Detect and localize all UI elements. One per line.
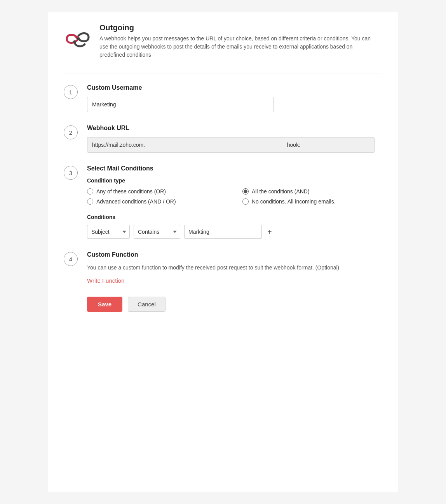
save-button[interactable]: Save [87, 297, 122, 312]
section-3-title: Select Mail Conditions [87, 165, 382, 172]
section-custom-username: 1 Custom Username [64, 84, 382, 112]
section-1-title: Custom Username [87, 84, 382, 91]
add-condition-button[interactable]: + [266, 228, 274, 236]
section-custom-function: 4 Custom Function You can use a custom f… [64, 251, 382, 284]
condition-value-input[interactable] [184, 225, 262, 239]
radio-or[interactable] [87, 188, 93, 195]
conditions-label: Conditions [87, 214, 382, 220]
step-1-circle: 1 [64, 85, 78, 99]
actions-row: Save Cancel [64, 297, 382, 312]
radio-none[interactable] [242, 198, 249, 205]
condition-type-options: Any of these conditions (OR) All the con… [87, 188, 382, 205]
svg-point-1 [77, 37, 80, 40]
section-webhook-url: 2 Webhook URL [64, 125, 382, 153]
step-2-circle: 2 [64, 125, 78, 139]
page-title: Outgoing [99, 23, 371, 32]
condition-type-label: Condition type [87, 177, 382, 184]
step-3-circle: 3 [64, 166, 78, 180]
radio-none-label: No conditions. All incoming emails. [252, 198, 336, 205]
radio-advanced-label: Advanced conditions (AND / OR) [96, 198, 176, 205]
radio-and[interactable] [242, 188, 249, 195]
custom-username-input[interactable] [87, 97, 274, 112]
cancel-button[interactable]: Cancel [128, 297, 166, 312]
radio-advanced[interactable] [87, 198, 93, 205]
write-function-link[interactable]: Write Function [87, 277, 124, 284]
radio-or-label: Any of these conditions (OR) [96, 188, 166, 195]
condition-operator-select[interactable]: Contains Does not contain Equals Starts … [134, 225, 180, 239]
condition-field-select[interactable]: Subject From To Body [87, 225, 130, 239]
step-4-circle: 4 [64, 252, 78, 266]
svg-point-2 [73, 40, 76, 43]
radio-option-or[interactable]: Any of these conditions (OR) [87, 188, 227, 195]
radio-option-advanced[interactable]: Advanced conditions (AND / OR) [87, 198, 227, 205]
page-description: A webhook helps you post messages to the… [99, 35, 371, 59]
section-2-title: Webhook URL [87, 125, 382, 132]
webhook-url-input[interactable] [87, 137, 375, 153]
radio-option-none[interactable]: No conditions. All incoming emails. [242, 198, 382, 205]
page-header: Outgoing A webhook helps you post messag… [64, 23, 382, 59]
radio-option-and[interactable]: All the conditions (AND) [242, 188, 382, 195]
custom-function-description: You can use a custom function to modify … [87, 264, 382, 272]
conditions-row: Subject From To Body Contains Does not c… [87, 225, 382, 239]
webhook-logo [64, 23, 92, 51]
section-4-title: Custom Function [87, 251, 382, 258]
radio-and-label: All the conditions (AND) [252, 188, 310, 195]
section-mail-conditions: 3 Select Mail Conditions Condition type … [64, 165, 382, 239]
